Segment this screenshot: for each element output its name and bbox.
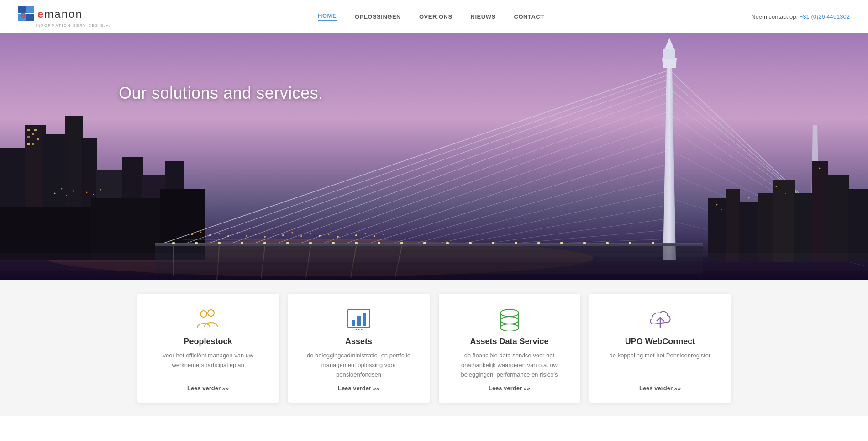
svg-point-163	[500, 324, 519, 331]
svg-point-34	[54, 193, 56, 194]
card-desc-assets: de beleggingsadministratie- en portfolio…	[301, 351, 417, 379]
card-link-upo-webconnect[interactable]: Lees verder	[639, 385, 681, 392]
svg-point-107	[332, 242, 335, 244]
svg-rect-133	[773, 180, 795, 262]
svg-point-116	[537, 242, 540, 244]
cards-section: Peoplestock voor het efficiënt managen v…	[0, 280, 868, 416]
card-link-peoplestock[interactable]: Lees verder	[187, 385, 229, 392]
svg-point-112	[446, 242, 449, 244]
svg-point-115	[515, 242, 517, 244]
card-icon-assets-data-service	[497, 308, 522, 331]
svg-rect-18	[32, 133, 34, 135]
card-link-assets-data-service[interactable]: Lees verder	[489, 385, 530, 392]
svg-point-52	[274, 233, 275, 234]
svg-text:e: e	[21, 10, 26, 20]
svg-point-102	[218, 242, 221, 244]
svg-point-149	[208, 310, 214, 316]
card-assets: Assets de beleggingsadministratie- en po…	[288, 294, 430, 403]
svg-point-44	[200, 232, 202, 233]
svg-point-160	[500, 317, 519, 324]
svg-rect-152	[357, 316, 361, 326]
svg-rect-147	[0, 262, 868, 276]
svg-point-154	[358, 329, 359, 330]
nav-nieuws[interactable]: NIEUWS	[471, 13, 496, 20]
svg-point-118	[583, 242, 586, 244]
svg-rect-17	[27, 129, 30, 131]
svg-point-35	[61, 188, 63, 190]
svg-rect-135	[812, 161, 828, 262]
nav-oplossingen[interactable]: OPLOSSINGEN	[355, 13, 401, 20]
svg-rect-32	[91, 198, 160, 260]
card-link-assets[interactable]: Lees verder	[338, 385, 379, 392]
contact-phone: Neem contact op: +31 (0)26 4451302	[751, 13, 850, 20]
svg-point-157	[500, 309, 519, 317]
svg-point-114	[492, 242, 494, 244]
phone-link[interactable]: +31 (0)26 4451302	[800, 13, 850, 20]
svg-point-46	[219, 233, 220, 234]
nav-home[interactable]: HOME	[318, 12, 337, 21]
svg-point-113	[469, 242, 472, 244]
svg-marker-67	[662, 58, 677, 68]
contact-prefix: Neem contact op:	[751, 13, 800, 20]
svg-point-37	[73, 191, 74, 192]
svg-point-40	[93, 194, 94, 195]
svg-rect-132	[758, 193, 774, 262]
svg-point-144	[819, 168, 821, 169]
svg-point-58	[328, 234, 330, 235]
svg-point-120	[629, 242, 631, 244]
svg-point-121	[652, 242, 654, 244]
svg-point-155	[355, 329, 357, 330]
hero-section: Our solutions and services.	[0, 33, 868, 317]
svg-point-145	[826, 175, 827, 175]
svg-point-140	[721, 209, 722, 210]
svg-point-156	[361, 329, 362, 330]
nav-over-ons[interactable]: OVER ONS	[419, 13, 452, 20]
card-desc-peoplestock: voor het efficiënt managen van uw werkne…	[150, 351, 266, 379]
logo-subtitle: INFORMATION SERVICES B.V.	[18, 23, 111, 27]
logo[interactable]: e emanon INFORMATION SERVICES B.V.	[18, 6, 111, 27]
svg-rect-22	[32, 143, 34, 145]
svg-point-61	[355, 234, 357, 236]
svg-point-55	[300, 235, 302, 237]
svg-point-110	[400, 242, 403, 244]
svg-point-39	[86, 192, 88, 193]
card-desc-upo-webconnect: de koppeling met het Pensioenregister	[610, 351, 711, 379]
svg-rect-3	[26, 14, 34, 21]
svg-point-100	[172, 242, 175, 244]
svg-point-56	[310, 233, 311, 234]
svg-point-141	[748, 197, 750, 199]
svg-point-117	[560, 242, 563, 244]
main-nav: HOME OPLOSSINGEN OVER ONS NIEUWS CONTACT	[318, 12, 544, 21]
logo-text: emanon	[37, 8, 83, 21]
svg-rect-20	[34, 129, 37, 131]
svg-point-143	[785, 193, 786, 194]
svg-point-63	[374, 235, 375, 237]
card-icon-peoplestock	[195, 308, 221, 331]
svg-rect-19	[27, 136, 30, 138]
svg-rect-1	[26, 6, 34, 13]
site-header: e emanon INFORMATION SERVICES B.V. HOME …	[0, 0, 868, 33]
svg-point-36	[66, 195, 67, 196]
hero-illustration	[0, 33, 868, 317]
svg-point-142	[776, 186, 777, 187]
card-title-assets-data-service: Assets Data Service	[470, 337, 548, 346]
svg-rect-153	[363, 313, 366, 326]
logo-icon: e emanon	[18, 6, 83, 22]
svg-rect-129	[708, 198, 726, 262]
svg-point-59	[337, 236, 339, 238]
svg-rect-21	[27, 143, 30, 145]
svg-point-111	[423, 242, 426, 244]
svg-rect-137	[848, 189, 868, 262]
nav-contact[interactable]: CONTACT	[514, 13, 544, 20]
svg-rect-23	[37, 138, 39, 140]
svg-rect-151	[352, 320, 355, 326]
svg-rect-68	[663, 49, 675, 59]
card-title-assets: Assets	[345, 337, 372, 346]
svg-point-53	[282, 234, 284, 236]
svg-rect-99	[155, 244, 703, 246]
svg-point-41	[100, 189, 101, 191]
svg-point-105	[286, 242, 289, 244]
card-upo-webconnect: UPO WebConnect de koppeling met het Pens…	[589, 294, 731, 403]
svg-point-101	[195, 242, 198, 244]
svg-point-106	[309, 242, 312, 244]
